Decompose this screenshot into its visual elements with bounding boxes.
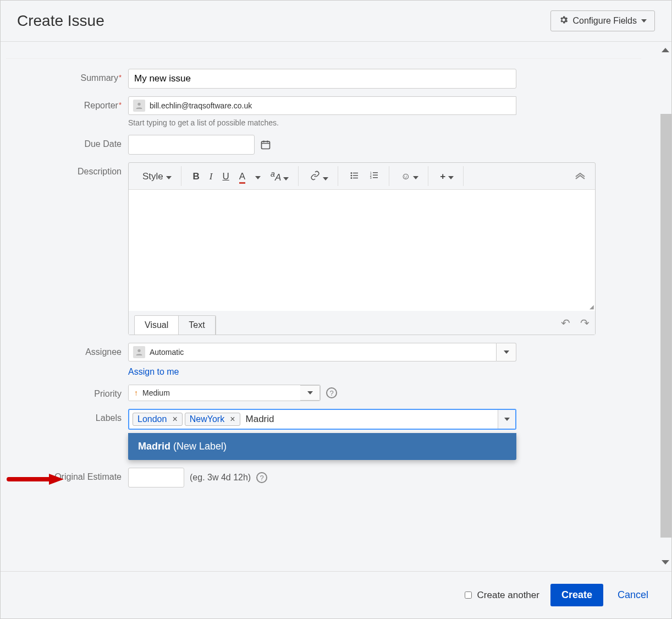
- reporter-input[interactable]: bill.echlin@traqsoftware.co.uk: [128, 96, 516, 115]
- underline-icon[interactable]: U: [217, 168, 234, 184]
- svg-rect-7: [353, 177, 358, 178]
- color-dropdown-icon[interactable]: [250, 168, 266, 184]
- insert-more-icon[interactable]: +: [435, 168, 459, 184]
- svg-text:3: 3: [370, 176, 372, 179]
- svg-point-2: [351, 172, 352, 174]
- estimate-hint: (eg. 3w 4d 12h): [190, 473, 251, 483]
- svg-rect-11: [373, 172, 378, 173]
- svg-rect-12: [373, 174, 378, 176]
- bullet-list-icon[interactable]: [345, 167, 365, 185]
- clear-format-icon[interactable]: aA: [266, 167, 294, 185]
- reporter-value: bill.echlin@traqsoftware.co.uk: [150, 101, 252, 110]
- svg-point-4: [351, 177, 352, 179]
- label-chip-newyork: NewYork ×: [185, 413, 240, 426]
- assignee-label: Assignee: [6, 343, 128, 357]
- labels-dropdown-button[interactable]: [498, 410, 515, 429]
- remove-chip-icon[interactable]: ×: [228, 414, 237, 424]
- svg-rect-13: [373, 177, 378, 178]
- create-issue-dialog: Create Issue Configure Fields Summary* R…: [0, 0, 672, 619]
- original-estimate-input[interactable]: [128, 468, 184, 487]
- assign-to-me-link[interactable]: Assign to me: [128, 367, 179, 376]
- configure-fields-button[interactable]: Configure Fields: [550, 10, 656, 31]
- avatar-icon: [133, 100, 145, 112]
- duedate-input[interactable]: [128, 135, 255, 155]
- priority-select[interactable]: ↑ Medium: [129, 385, 300, 401]
- redo-icon[interactable]: ↷: [580, 316, 590, 330]
- priority-label: Priority: [6, 385, 128, 399]
- number-list-icon[interactable]: 123: [365, 167, 384, 185]
- assignee-dropdown-button[interactable]: [497, 343, 516, 361]
- calendar-icon[interactable]: [260, 139, 271, 150]
- help-icon[interactable]: ?: [256, 472, 267, 483]
- reporter-label: Reporter*: [6, 96, 128, 111]
- italic-icon[interactable]: I: [205, 168, 218, 184]
- caret-down-icon: [641, 19, 647, 23]
- configure-fields-label: Configure Fields: [573, 16, 637, 26]
- dialog-title: Create Issue: [17, 12, 104, 30]
- tab-text[interactable]: Text: [179, 316, 215, 335]
- create-button[interactable]: Create: [550, 584, 603, 606]
- svg-rect-1: [262, 141, 270, 149]
- assignee-input[interactable]: Automatic: [128, 343, 497, 361]
- priority-dropdown-button[interactable]: [300, 385, 320, 401]
- dialog-header: Create Issue Configure Fields: [1, 1, 671, 42]
- svg-point-0: [137, 103, 140, 106]
- svg-point-3: [351, 174, 352, 176]
- cancel-button[interactable]: Cancel: [614, 589, 652, 601]
- label-suggestion-madrid[interactable]: Madrid (New Label): [128, 433, 516, 460]
- labels-input[interactable]: London × NewYork × Madrid: [128, 409, 516, 430]
- label-chip-london: London ×: [133, 413, 183, 426]
- gear-icon: [559, 15, 569, 27]
- description-textarea[interactable]: ◢: [129, 190, 595, 311]
- svg-rect-5: [353, 172, 358, 173]
- rte-toolbar: Style B I U A aA: [129, 163, 595, 190]
- emoji-icon[interactable]: ☺: [396, 168, 423, 184]
- link-icon[interactable]: [305, 167, 333, 185]
- priority-medium-icon: ↑: [134, 388, 138, 397]
- labels-text-entry[interactable]: Madrid: [243, 412, 278, 426]
- priority-value: Medium: [142, 388, 170, 397]
- create-another-input[interactable]: [465, 591, 472, 599]
- undo-icon[interactable]: ↶: [561, 316, 570, 330]
- tab-visual[interactable]: Visual: [135, 316, 179, 335]
- bold-icon[interactable]: B: [188, 168, 205, 184]
- reporter-hint: Start typing to get a list of possible m…: [128, 118, 641, 127]
- issue-form: Summary* Reporter* bill.echlin@traqsoftw…: [1, 45, 671, 509]
- avatar-icon: [133, 346, 145, 358]
- assignee-value: Automatic: [150, 348, 184, 357]
- summary-input[interactable]: [128, 69, 516, 89]
- description-label: Description: [6, 162, 128, 177]
- svg-rect-6: [353, 175, 358, 176]
- duedate-label: Due Date: [6, 135, 128, 149]
- create-another-checkbox[interactable]: Create another: [462, 590, 539, 601]
- svg-point-14: [137, 349, 140, 352]
- labels-label: Labels: [6, 409, 128, 423]
- rte-style-dropdown[interactable]: Style: [137, 168, 177, 184]
- rich-text-editor: Style B I U A aA: [128, 162, 596, 335]
- help-icon[interactable]: ?: [326, 387, 337, 398]
- dialog-footer: Create another Create Cancel: [1, 571, 671, 618]
- remove-chip-icon[interactable]: ×: [170, 414, 179, 424]
- collapse-toolbar-icon[interactable]: [570, 168, 591, 184]
- summary-label: Summary*: [6, 69, 128, 83]
- text-color-icon[interactable]: A: [234, 168, 250, 184]
- resize-handle-icon[interactable]: ◢: [590, 304, 594, 310]
- original-estimate-label: Original Estimate: [6, 468, 128, 482]
